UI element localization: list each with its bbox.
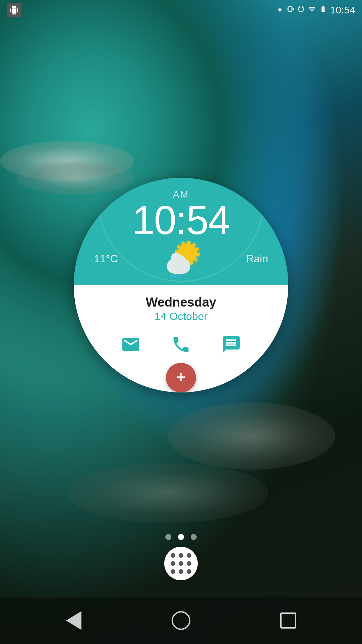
navigation-bar: [0, 597, 362, 644]
status-bar: ✦ 10:54: [0, 0, 362, 20]
grid-dot: [187, 569, 191, 574]
clock-weather-condition: Rain: [246, 253, 268, 265]
battery-icon: [319, 5, 327, 15]
rain-drops: [171, 274, 179, 278]
page-indicator: [165, 534, 197, 540]
vibrate-icon: [287, 5, 294, 15]
back-button[interactable]: [60, 607, 87, 634]
recents-button[interactable]: [275, 607, 302, 634]
clock-temperature: 11°C: [94, 253, 118, 265]
clock-day-of-week: Wednesday: [146, 295, 216, 310]
grid-dot: [171, 569, 175, 574]
recents-icon: [280, 612, 296, 629]
cloud-decoration-3: [168, 402, 335, 470]
signal-icon: [308, 5, 316, 15]
fab-add-button[interactable]: +: [166, 363, 196, 392]
app-drawer-button[interactable]: [164, 547, 198, 580]
status-right: ✦ 10:54: [277, 4, 355, 16]
grid-dot: [179, 561, 183, 566]
grid-dot: [187, 553, 191, 558]
android-logo: [7, 3, 21, 17]
grid-dot: [171, 553, 175, 558]
phone-action-button[interactable]: [169, 333, 193, 356]
cloud-decoration-4: [67, 463, 268, 523]
messages-action-button[interactable]: [220, 333, 243, 356]
clock-widget[interactable]: AM 10:54 11°C Rain Wednesday 14 October: [74, 178, 288, 392]
page-dot-3[interactable]: [191, 534, 197, 540]
email-action-button[interactable]: [119, 333, 142, 356]
grid-dot: [179, 569, 183, 574]
clock-top-section: AM 10:54 11°C Rain: [74, 178, 288, 285]
clock-date: 14 October: [155, 310, 207, 323]
home-button[interactable]: [168, 607, 194, 634]
grid-dot: [187, 561, 191, 566]
grid-dot: [179, 553, 183, 558]
status-left: [7, 3, 21, 17]
fab-plus-icon: +: [176, 368, 186, 386]
grid-dot: [171, 561, 175, 566]
cloud-icon: [167, 259, 190, 274]
page-dot-2[interactable]: [178, 534, 184, 540]
home-icon: [172, 611, 190, 630]
bluetooth-icon: ✦: [277, 5, 283, 15]
page-dot-1[interactable]: [165, 534, 171, 540]
alarm-icon: [297, 5, 305, 15]
app-drawer-grid-icon: [167, 550, 195, 577]
weather-icon: [167, 244, 197, 274]
status-time-display: 10:54: [330, 4, 355, 16]
clock-weather-row: 11°C Rain: [74, 244, 288, 274]
clock-actions-row: [119, 333, 243, 356]
back-icon: [66, 611, 81, 630]
